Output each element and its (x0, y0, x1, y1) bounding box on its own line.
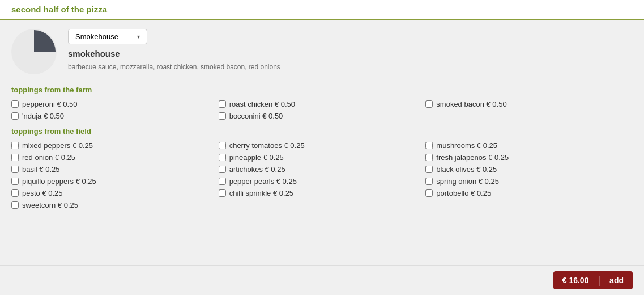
topping-label: red onion € 0.25 (22, 153, 75, 162)
topping-checkbox[interactable] (425, 178, 433, 185)
chevron-down-icon: ▾ (137, 33, 140, 40)
topping-label: spring onion € 0.25 (436, 177, 499, 186)
topping-item: basil € 0.25 (11, 165, 219, 174)
topping-item: pineapple € 0.25 (219, 153, 426, 162)
farm-section-title: toppings from the farm (11, 86, 633, 94)
field-toppings-grid: mixed peppers € 0.25cherry tomatoes € 0.… (11, 141, 633, 209)
add-button-container[interactable]: € 16.00 | add (553, 271, 633, 289)
field-section-title: toppings from the field (11, 127, 633, 136)
topping-item: mushrooms € 0.25 (425, 141, 633, 150)
topping-label: pepper pearls € 0.25 (229, 177, 297, 186)
topping-label: mixed peppers € 0.25 (22, 141, 93, 150)
topping-checkbox[interactable] (425, 189, 433, 197)
topping-label: artichokes € 0.25 (229, 165, 285, 174)
topping-checkbox[interactable] (11, 178, 19, 185)
pizza-name: smokehouse (68, 49, 280, 58)
pizza-dropdown[interactable]: Smokehouse ▾ (68, 29, 147, 44)
topping-label: sweetcorn € 0.25 (22, 201, 78, 209)
topping-label: pineapple € 0.25 (229, 153, 284, 162)
topping-checkbox[interactable] (425, 166, 433, 173)
topping-label: 'nduja € 0.50 (22, 112, 64, 120)
topping-item: roast chicken € 0.50 (219, 100, 426, 108)
topping-checkbox[interactable] (219, 189, 226, 197)
topping-label: cherry tomatoes € 0.25 (229, 141, 305, 150)
topping-checkbox[interactable] (219, 112, 226, 120)
topping-item: portobello € 0.25 (425, 189, 633, 197)
pizza-icon (11, 29, 57, 74)
topping-label: black olives € 0.25 (436, 165, 497, 174)
pizza-description: barbecue sauce, mozzarella, roast chicke… (68, 63, 280, 71)
topping-item: bocconini € 0.50 (219, 112, 426, 120)
footer-bar: € 16.00 | add (0, 265, 644, 295)
topping-label: bocconini € 0.50 (229, 112, 283, 120)
add-button[interactable]: add (600, 271, 633, 289)
topping-label: pepperoni € 0.50 (22, 100, 78, 108)
topping-checkbox[interactable] (11, 100, 19, 108)
topping-item: red onion € 0.25 (11, 153, 219, 162)
topping-checkbox[interactable] (425, 100, 433, 108)
topping-item: spring onion € 0.25 (425, 177, 633, 186)
page-title: second half of the pizza (11, 5, 107, 14)
topping-checkbox[interactable] (219, 154, 226, 161)
farm-toppings-grid: pepperoni € 0.50roast chicken € 0.50smok… (11, 100, 633, 120)
topping-item: smoked bacon € 0.50 (425, 100, 633, 108)
pizza-info: Smokehouse ▾ smokehouse barbecue sauce, … (68, 29, 280, 71)
total-price: € 16.00 (553, 271, 598, 289)
topping-item: 'nduja € 0.50 (11, 112, 219, 120)
topping-label: portobello € 0.25 (436, 189, 491, 197)
topping-item: pepperoni € 0.50 (11, 100, 219, 108)
topping-checkbox[interactable] (425, 142, 433, 149)
topping-item: piquillo peppers € 0.25 (11, 177, 219, 186)
topping-item-empty (425, 112, 633, 120)
topping-checkbox[interactable] (11, 189, 19, 197)
topping-checkbox[interactable] (219, 142, 226, 149)
topping-item: cherry tomatoes € 0.25 (219, 141, 426, 150)
topping-checkbox[interactable] (11, 154, 19, 161)
topping-item: artichokes € 0.25 (219, 165, 426, 174)
topping-label: smoked bacon € 0.50 (436, 100, 506, 108)
topping-label: piquillo peppers € 0.25 (22, 177, 96, 186)
topping-label: chilli sprinkle € 0.25 (229, 189, 293, 197)
topping-label: mushrooms € 0.25 (436, 141, 497, 150)
topping-label: pesto € 0.25 (22, 189, 63, 197)
topping-label: fresh jalapenos € 0.25 (436, 153, 509, 162)
topping-checkbox[interactable] (219, 100, 226, 108)
topping-checkbox[interactable] (11, 142, 19, 149)
toppings-from-field-section: toppings from the field mixed peppers € … (11, 127, 633, 209)
topping-checkbox[interactable] (219, 166, 226, 173)
topping-checkbox[interactable] (11, 166, 19, 173)
topping-item: pesto € 0.25 (11, 189, 219, 197)
page-wrapper: second half of the pizza Smokehouse ▾ sm… (0, 0, 644, 295)
topping-item: sweetcorn € 0.25 (11, 201, 219, 209)
topping-item: mixed peppers € 0.25 (11, 141, 219, 150)
topping-checkbox[interactable] (219, 178, 226, 185)
toppings-from-farm-section: toppings from the farm pepperoni € 0.50r… (11, 86, 633, 120)
topping-label: basil € 0.25 (22, 165, 60, 174)
topping-label: roast chicken € 0.50 (229, 100, 295, 108)
dropdown-selected: Smokehouse (75, 32, 118, 41)
topping-item: black olives € 0.25 (425, 165, 633, 174)
main-content: Smokehouse ▾ smokehouse barbecue sauce, … (0, 20, 644, 262)
divider: | (598, 275, 600, 286)
topping-checkbox[interactable] (425, 154, 433, 161)
topping-checkbox[interactable] (11, 201, 19, 209)
pizza-selector-row: Smokehouse ▾ smokehouse barbecue sauce, … (11, 29, 633, 74)
topping-item: fresh jalapenos € 0.25 (425, 153, 633, 162)
topping-checkbox[interactable] (11, 112, 19, 120)
topping-item: pepper pearls € 0.25 (219, 177, 426, 186)
topping-item: chilli sprinkle € 0.25 (219, 189, 426, 197)
header-bar: second half of the pizza (0, 0, 644, 20)
